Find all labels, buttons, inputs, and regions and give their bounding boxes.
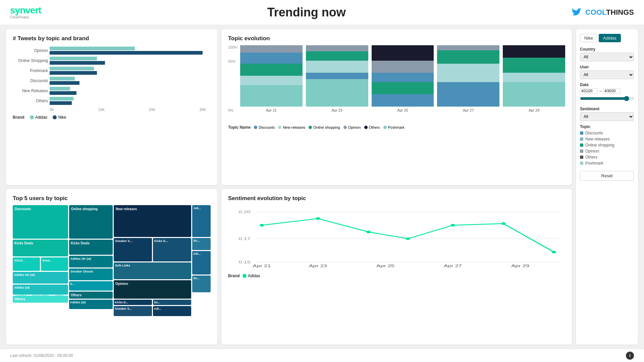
- tm-sole-links[interactable]: Sole Links: [114, 262, 191, 279]
- sentiment-title: Sentiment evolution by topic: [228, 195, 565, 202]
- tweets-panel: # Tweets by topic and brand Opinion Onli…: [6, 29, 217, 185]
- cool-brand: COOLTHINGS: [585, 8, 634, 17]
- footer: Last refresh: 01/06/2020 - 09:00:00 i: [0, 349, 644, 362]
- brand-label: Brand: [13, 115, 24, 120]
- tm-others-large[interactable]: Others: [13, 296, 68, 303]
- tm-kicks-d-2[interactable]: Kicks D...: [114, 300, 152, 305]
- svg-text:0.20: 0.20: [238, 209, 251, 214]
- tm-new-releases[interactable]: New releases: [114, 205, 191, 237]
- tm-online-shopping[interactable]: Online shopping: [69, 205, 113, 239]
- adidas-tab[interactable]: Adidas: [599, 34, 621, 42]
- topic-legend-item-poshmark: Poshmark: [580, 161, 634, 166]
- adidas-legend-item: Adidas: [30, 115, 48, 120]
- topic-legend-item-opinion: Opinion: [580, 149, 634, 154]
- synvert-logo: synvert: [10, 6, 41, 15]
- topic-legend-item-discounts: Discounts: [580, 131, 634, 135]
- svg-point-9: [406, 237, 410, 240]
- svg-point-7: [316, 217, 320, 220]
- info-icon[interactable]: i: [626, 352, 634, 360]
- adidas-brand-legend: Adidas: [243, 274, 260, 278]
- date-from-input[interactable]: [580, 88, 597, 94]
- svg-text:0.17: 0.17: [238, 236, 251, 240]
- tm-kicks-d-1[interactable]: Kicks D...: [153, 238, 191, 261]
- tm-adidas-at-2[interactable]: Adidas (at): [69, 300, 113, 309]
- tm-kicks-deals-2[interactable]: Kicks Deals: [69, 240, 113, 255]
- topic-legend-item-others: Others: [580, 155, 634, 160]
- brand-label-sentiment: Brand: [228, 274, 240, 278]
- tm-sneaker-shouts[interactable]: Sneaker Shouts: [69, 268, 113, 280]
- filters-panel: Nike Adidas Country All User All Date →: [576, 29, 638, 345]
- svg-point-8: [366, 231, 371, 233]
- tm-so[interactable]: So...: [153, 300, 191, 305]
- tm-adidas-uk-2[interactable]: Adidas UK (at): [69, 256, 113, 267]
- tm-snea[interactable]: Snea...: [41, 257, 68, 271]
- tm-others-2[interactable]: Others: [69, 292, 113, 299]
- tm-discounts[interactable]: Discounts: [13, 205, 68, 239]
- tm-opinion[interactable]: Opinion: [114, 280, 191, 299]
- sentiment-label: Sentiment: [580, 107, 634, 111]
- topic-legend-item-newreleases: New releases: [580, 137, 634, 141]
- logo-area: synvert ClearPeaks: [10, 6, 41, 19]
- tm-sn[interactable]: Sn...: [192, 238, 211, 250]
- tm-sneaker-s-1[interactable]: Sneaker S...: [114, 238, 152, 261]
- date-to-input[interactable]: [603, 88, 621, 94]
- last-refresh: Last refresh: 01/06/2020 - 09:00:00: [10, 353, 73, 358]
- nike-legend-item: Nike: [53, 115, 66, 120]
- svg-text:Apr 23: Apr 23: [309, 263, 327, 267]
- page-title: Trending now: [267, 5, 346, 19]
- date-label: Date: [580, 82, 634, 87]
- country-select[interactable]: All: [580, 53, 634, 61]
- tm-s[interactable]: S...: [69, 281, 113, 291]
- tm-adi-3[interactable]: Adi...: [192, 251, 211, 275]
- user-label: User: [580, 65, 634, 69]
- svg-text:Apr 27: Apr 27: [444, 263, 462, 267]
- topic-filter-label: Topic: [580, 124, 634, 129]
- user-select[interactable]: All: [580, 70, 634, 79]
- svg-point-12: [552, 251, 556, 253]
- topic-legend-item-online: Online shopping: [580, 143, 634, 147]
- tm-sneaker-s-2[interactable]: Sneaker S...: [114, 306, 152, 316]
- tweets-title: # Tweets by topic and brand: [13, 35, 211, 42]
- sentiment-chart: 0.20 0.17 0.15 Apr 21 Apr 23: [228, 205, 565, 269]
- clearpeaks-sub: ClearPeaks: [10, 15, 29, 19]
- date-range-slider[interactable]: [580, 96, 634, 101]
- tm-sn-2[interactable]: Sn...: [192, 276, 211, 292]
- tm-sole[interactable]: SOLE...: [13, 257, 40, 271]
- coolthings-logo: COOLTHINGS: [572, 8, 634, 17]
- svg-text:0.15: 0.15: [238, 260, 251, 264]
- sentiment-select[interactable]: All: [580, 112, 634, 121]
- top5-title: Top 5 users by topic: [13, 195, 211, 202]
- svg-point-11: [501, 222, 505, 225]
- twitter-icon: [572, 8, 583, 17]
- reset-button[interactable]: Reset: [580, 171, 634, 181]
- tm-adidas-uk-1[interactable]: Adidas UK (at): [13, 272, 68, 284]
- top5-panel: Top 5 users by topic Discounts Kicks Dea…: [6, 189, 217, 345]
- header: synvert ClearPeaks Trending now COOLTHIN…: [0, 0, 644, 25]
- svg-point-10: [450, 224, 455, 227]
- svg-text:Apr 25: Apr 25: [376, 263, 394, 267]
- sentiment-panel: Sentiment evolution by topic 0.20 0.17 0…: [221, 189, 572, 345]
- nike-tab[interactable]: Nike: [580, 34, 597, 42]
- svg-point-6: [260, 224, 264, 227]
- tm-adi-2[interactable]: Adi...: [192, 205, 211, 237]
- tm-adi[interactable]: Adi...: [153, 306, 191, 316]
- country-label: Country: [580, 47, 634, 52]
- topic-evolution-title: Topic evolution: [228, 35, 565, 42]
- topic-evolution-panel: Topic evolution 100% 50% 0%: [221, 29, 572, 185]
- tm-kicks-deals-1[interactable]: Kicks Deals: [13, 240, 68, 256]
- svg-text:Apr 29: Apr 29: [511, 263, 529, 267]
- svg-text:Apr 21: Apr 21: [253, 263, 271, 267]
